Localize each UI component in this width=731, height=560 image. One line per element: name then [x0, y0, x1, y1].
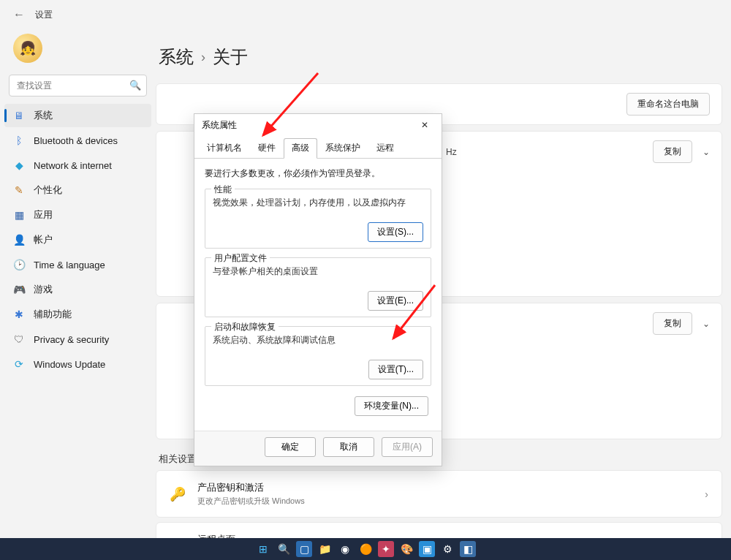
related-card-1[interactable]: 🖥远程桌面从另一台设备控制此设备› — [156, 522, 722, 538]
group-desc: 视觉效果，处理器计划，内存使用，以及虚拟内存 — [213, 197, 423, 209]
group-2: 启动和故障恢复系统启动、系统故障和调试信息设置(T)... — [205, 326, 431, 386]
nav-icon: ᛒ — [13, 135, 25, 146]
group-title: 用户配置文件 — [211, 252, 270, 265]
nav-icon: 🎮 — [13, 284, 25, 295]
sidebar-item-3[interactable]: ✎个性化 — [4, 178, 151, 202]
card-icon: 🔑 — [170, 486, 186, 502]
tab-系统保护[interactable]: 系统保护 — [317, 138, 368, 158]
nav-icon: ✎ — [13, 184, 25, 196]
tab-硬件[interactable]: 硬件 — [250, 138, 284, 158]
sidebar-item-4[interactable]: ▦应用 — [4, 203, 151, 227]
group-settings-button-1[interactable]: 设置(E)... — [368, 291, 423, 311]
tab-高级[interactable]: 高级 — [284, 138, 317, 159]
sidebar-item-label: Windows Update — [34, 359, 105, 370]
copy-button-1[interactable]: 复制 — [653, 140, 692, 163]
sidebar-item-7[interactable]: 🎮游戏 — [4, 278, 151, 301]
sidebar-item-label: 辅助功能 — [34, 308, 72, 321]
dialog-title: 系统属性 — [202, 119, 237, 132]
chrome-icon[interactable]: ◉ — [337, 541, 353, 557]
group-title: 启动和故障恢复 — [211, 321, 279, 333]
nav-icon: ⟳ — [13, 358, 25, 370]
group-settings-button-2[interactable]: 设置(T)... — [368, 360, 423, 379]
close-icon[interactable]: ✕ — [414, 117, 436, 133]
search-icon[interactable]: 🔍 — [129, 80, 141, 91]
sidebar-item-label: 个性化 — [34, 183, 62, 197]
group-desc: 与登录帐户相关的桌面设置 — [213, 265, 423, 278]
sidebar-item-label: 系统 — [34, 109, 53, 122]
chevron-down-icon[interactable]: ⌄ — [702, 319, 710, 329]
back-arrow-icon[interactable]: ← — [13, 8, 25, 21]
sidebar-item-8[interactable]: ✱辅助功能 — [4, 303, 151, 326]
group-1: 用户配置文件与登录帐户相关的桌面设置设置(E)... — [205, 257, 431, 317]
search-input[interactable] — [9, 75, 147, 97]
window-title: 设置 — [35, 9, 53, 21]
nav-icon: 👤 — [13, 234, 25, 246]
system-properties-dialog: 系统属性 ✕ 计算机名硬件高级系统保护远程 要进行大多数更改，你必须作为管理员登… — [194, 113, 442, 466]
user-avatar-block[interactable]: 👧 — [4, 29, 151, 75]
env-vars-button[interactable]: 环境变量(N)... — [355, 396, 428, 416]
breadcrumb: 系统 › 关于 — [156, 34, 722, 83]
cancel-button[interactable]: 取消 — [323, 437, 374, 457]
nav-icon: 🕑 — [13, 259, 25, 270]
sidebar-item-label: Bluetooth & devices — [34, 135, 118, 146]
group-desc: 系统启动、系统故障和调试信息 — [213, 334, 423, 347]
taskview-icon[interactable]: ▢ — [296, 541, 312, 557]
rename-pc-button[interactable]: 重命名这台电脑 — [626, 93, 710, 116]
sidebar-item-label: Time & language — [34, 260, 105, 270]
nav-icon: ◆ — [13, 159, 25, 171]
dialog-admin-note: 要进行大多数更改，你必须作为管理员登录。 — [205, 167, 431, 180]
paint-icon[interactable]: 🎨 — [398, 541, 414, 557]
card-title: 远程桌面 — [197, 533, 693, 538]
app-icon-2[interactable]: ◧ — [460, 541, 476, 557]
app-icon-1[interactable]: ✦ — [378, 541, 394, 557]
related-card-0[interactable]: 🔑产品密钥和激活更改产品密钥或升级 Windows› — [156, 470, 722, 518]
copy-button-2[interactable]: 复制 — [653, 312, 692, 335]
apply-button[interactable]: 应用(A) — [382, 437, 433, 457]
breadcrumb-leaf: 关于 — [213, 45, 248, 69]
group-settings-button-0[interactable]: 设置(S)... — [368, 222, 423, 242]
sidebar-item-6[interactable]: 🕑Time & language — [4, 253, 151, 276]
tab-计算机名[interactable]: 计算机名 — [199, 138, 250, 158]
sidebar-item-9[interactable]: 🛡Privacy & security — [4, 328, 151, 351]
sidebar-item-label: 帐户 — [34, 233, 53, 246]
chevron-down-icon[interactable]: ⌄ — [702, 147, 710, 157]
sidebar-item-1[interactable]: ᛒBluetooth & devices — [4, 129, 151, 152]
start-icon[interactable]: ⊞ — [255, 541, 271, 557]
tab-远程[interactable]: 远程 — [368, 138, 402, 158]
taskbar: ⊞ 🔍 ▢ 📁 ◉ 🟠 ✦ 🎨 ▣ ⚙ ◧ — [0, 538, 731, 560]
sidebar-item-label: 游戏 — [34, 283, 53, 296]
card-title: 产品密钥和激活 — [197, 481, 693, 494]
chevron-right-icon: › — [201, 50, 205, 65]
breadcrumb-root[interactable]: 系统 — [159, 45, 194, 69]
settings-task-icon[interactable]: ⚙ — [439, 541, 455, 557]
spec-hz-text: Hz — [446, 147, 457, 157]
ok-button[interactable]: 确定 — [265, 437, 316, 457]
nav-icon: ✱ — [13, 309, 25, 320]
chevron-right-icon: › — [705, 488, 708, 500]
nav-icon: 🛡 — [13, 333, 25, 345]
browser-icon[interactable]: 🟠 — [357, 541, 374, 557]
nav-icon: ▦ — [13, 209, 25, 221]
group-title: 性能 — [211, 183, 235, 196]
sidebar-item-label: Privacy & security — [34, 334, 109, 345]
sidebar-item-label: Network & internet — [34, 160, 112, 171]
sidebar: 👧 🔍 🖥系统ᛒBluetooth & devices◆Network & in… — [0, 29, 156, 538]
card-sub: 更改产品密钥或升级 Windows — [197, 496, 693, 507]
sidebar-item-2[interactable]: ◆Network & internet — [4, 154, 151, 177]
photos-icon[interactable]: ▣ — [419, 541, 435, 557]
sidebar-item-label: 应用 — [34, 208, 53, 222]
explorer-icon[interactable]: 📁 — [317, 541, 333, 557]
group-0: 性能视觉效果，处理器计划，内存使用，以及虚拟内存设置(S)... — [205, 189, 431, 249]
search-task-icon[interactable]: 🔍 — [276, 541, 292, 557]
sidebar-item-5[interactable]: 👤帐户 — [4, 228, 151, 251]
sidebar-item-10[interactable]: ⟳Windows Update — [4, 352, 151, 376]
nav-icon: 🖥 — [13, 110, 25, 121]
avatar-icon: 👧 — [13, 34, 42, 63]
sidebar-item-0[interactable]: 🖥系统 — [4, 104, 151, 127]
